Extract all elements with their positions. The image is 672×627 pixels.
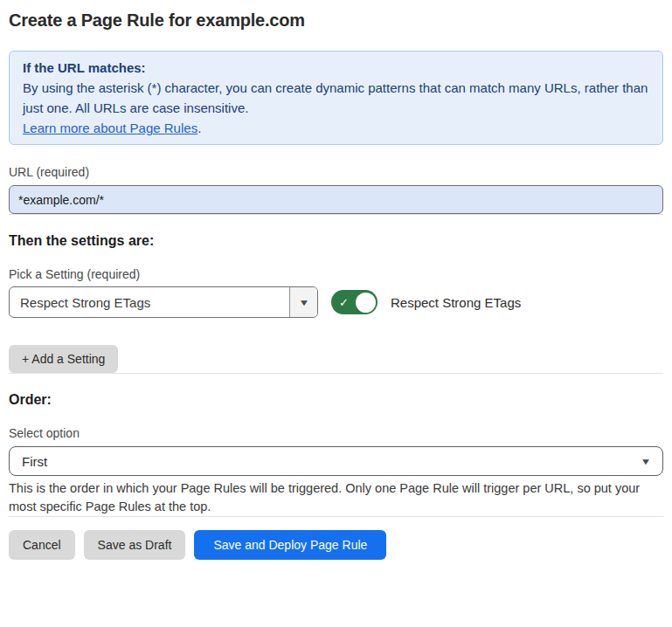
- toggle-label: Respect Strong ETags: [391, 295, 521, 310]
- info-link-row: Learn more about Page Rules.: [23, 118, 649, 138]
- check-icon: ✓: [339, 297, 349, 308]
- settings-section-heading: Then the settings are:: [9, 232, 663, 249]
- add-setting-button[interactable]: + Add a Setting: [9, 345, 118, 373]
- chevron-down-icon: ▼: [641, 457, 652, 466]
- order-help-text: This is the order in which your Page Rul…: [9, 479, 663, 516]
- url-field-label: URL (required): [9, 165, 663, 179]
- setting-row: Respect Strong ETags ▼ ✓ Respect Strong …: [9, 286, 663, 318]
- save-draft-button[interactable]: Save as Draft: [84, 530, 186, 560]
- url-match-info-callout: If the URL matches: By using the asteris…: [9, 51, 663, 145]
- toggle-knob: [356, 293, 376, 313]
- setting-dropdown[interactable]: Respect Strong ETags ▼: [9, 286, 318, 318]
- info-heading: If the URL matches:: [23, 58, 649, 78]
- info-body-text: By using the asterisk (*) character, you…: [23, 78, 649, 118]
- footer-actions: Cancel Save as Draft Save and Deploy Pag…: [9, 530, 663, 560]
- setting-dropdown-arrow-button[interactable]: ▼: [289, 287, 317, 317]
- order-select[interactable]: First ▼: [9, 446, 663, 476]
- page-title: Create a Page Rule for example.com: [9, 9, 663, 31]
- divider: [9, 373, 663, 374]
- setting-dropdown-value: Respect Strong ETags: [10, 287, 289, 317]
- learn-more-link[interactable]: Learn more about Page Rules: [23, 121, 197, 135]
- order-select-label: Select option: [9, 426, 663, 440]
- pick-setting-label: Pick a Setting (required): [9, 267, 663, 281]
- chevron-down-icon: ▼: [298, 298, 309, 307]
- divider: [9, 214, 663, 215]
- url-input[interactable]: [9, 185, 663, 214]
- divider: [9, 516, 663, 517]
- cancel-button[interactable]: Cancel: [9, 530, 75, 560]
- etags-toggle[interactable]: ✓: [331, 290, 378, 314]
- order-section-heading: Order:: [9, 391, 663, 408]
- save-deploy-button[interactable]: Save and Deploy Page Rule: [194, 530, 386, 560]
- link-suffix: .: [197, 121, 201, 135]
- order-select-value: First: [22, 454, 47, 469]
